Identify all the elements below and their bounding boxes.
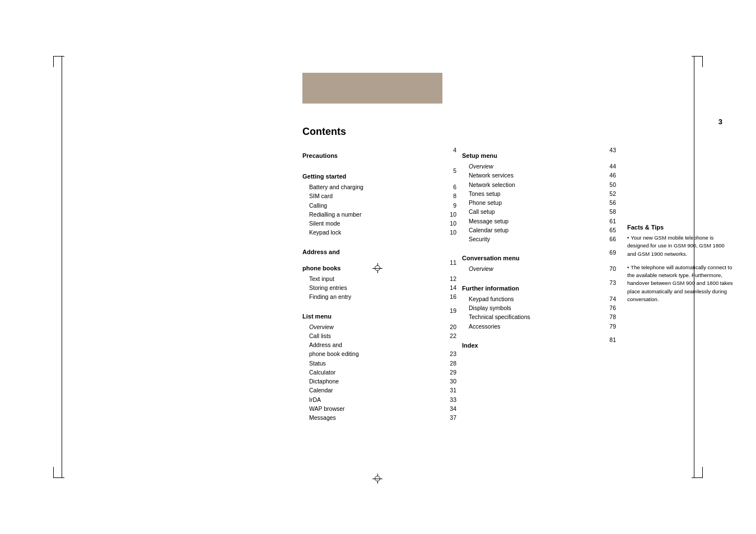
toc-index-page: 81 bbox=[605, 335, 616, 352]
toc-lm-phonebook-edit-label: phone book editing bbox=[309, 349, 445, 358]
toc-network-services: Network services 46 bbox=[462, 171, 616, 180]
toc-address-label: Address and bbox=[302, 247, 456, 257]
facts-content: Facts & Tips •Your new GSM mobile teleph… bbox=[627, 224, 734, 303]
toc-calendar-setup-page: 65 bbox=[605, 226, 616, 235]
toc-calendar: Calendar 31 bbox=[302, 386, 456, 395]
toc-calendar-label: Calendar bbox=[309, 386, 445, 395]
toc-calendar-setup-label: Calendar setup bbox=[469, 226, 605, 235]
toc-conv-page: 69 bbox=[605, 248, 616, 264]
toc-messages: Messages 37 bbox=[302, 413, 456, 422]
toc-further-label: Further information bbox=[462, 284, 605, 293]
toc-irda-label: IrDA bbox=[309, 395, 445, 404]
toc-address-header: Address and bbox=[302, 242, 456, 258]
toc-lm-overview: Overview 20 bbox=[302, 322, 456, 331]
toc-lm-address-label: Address and bbox=[309, 340, 456, 349]
content-area: Contents Precautions 4 Getting started 5… bbox=[302, 126, 734, 423]
toc-redialling-page: 10 bbox=[445, 210, 456, 219]
toc-lm-address: Address and bbox=[302, 340, 456, 349]
toc-battery-page: 6 bbox=[445, 182, 456, 191]
reg-mark-br bbox=[692, 467, 703, 478]
toc-battery-label: Battery and charging bbox=[309, 182, 445, 191]
toc-conv: Conversation menu 69 bbox=[462, 248, 616, 264]
toc-storing: Storing entries 14 bbox=[302, 283, 456, 292]
toc-network-services-page: 46 bbox=[605, 171, 616, 180]
toc-lm-phonebook-edit-page: 23 bbox=[445, 349, 456, 358]
toc-sim-label: SIM card bbox=[309, 191, 445, 200]
toc-index-group: Index 81 bbox=[462, 335, 616, 352]
toc-listmenu-label: List menu bbox=[302, 312, 445, 321]
toc-silent-label: Silent mode bbox=[309, 219, 445, 228]
toc-phone-setup: Phone setup 56 bbox=[462, 198, 616, 207]
toc-tones-setup-page: 52 bbox=[605, 189, 616, 198]
toc-getting-started-label: Getting started bbox=[302, 172, 445, 181]
toc-security-label: Security bbox=[469, 235, 605, 243]
facts-col: Facts & Tips •Your new GSM mobile teleph… bbox=[622, 146, 734, 423]
bullet-icon-1: • bbox=[627, 234, 629, 242]
toc-phonebooks-header: phone books 11 bbox=[302, 258, 456, 274]
toc-status-label: Status bbox=[309, 359, 445, 368]
toc-calculator-label: Calculator bbox=[309, 368, 445, 377]
toc-conv-group: Conversation menu 69 Overview 70 bbox=[462, 248, 616, 273]
toc-message-setup-page: 61 bbox=[605, 217, 616, 226]
toc-calling: Calling 9 bbox=[302, 201, 456, 210]
toc-calling-page: 9 bbox=[445, 201, 456, 210]
toc-silent: Silent mode 10 bbox=[302, 219, 456, 228]
facts-bullet-2: •The telephone will automatically connec… bbox=[627, 264, 734, 303]
toc-network-selection-label: Network selection bbox=[469, 180, 605, 189]
toc-wap-label: WAP browser bbox=[309, 404, 445, 413]
toc-tech-specs: Technical specifications 78 bbox=[462, 312, 616, 321]
facts-title: Facts & Tips bbox=[627, 224, 734, 231]
toc-redialling: Redialling a number 10 bbox=[302, 210, 456, 219]
toc-display-sym-page: 76 bbox=[605, 303, 616, 312]
toc-status-page: 28 bbox=[445, 359, 456, 368]
toc-precautions: Precautions 4 bbox=[302, 146, 456, 162]
toc-col-right: Setup menu 43 Overview 44 Network servic… bbox=[462, 146, 622, 423]
toc-irda-page: 33 bbox=[445, 395, 456, 404]
toc-keypad-fn: Keypad functions 74 bbox=[462, 294, 616, 303]
toc-precautions-page: 4 bbox=[445, 146, 456, 162]
toc-setup-overview-label: Overview bbox=[469, 162, 605, 171]
toc-messages-label: Messages bbox=[309, 413, 445, 422]
toc-phonebooks-label: phone books bbox=[302, 264, 445, 273]
left-rule bbox=[62, 56, 62, 478]
toc-messages-page: 37 bbox=[445, 413, 456, 422]
toc-conv-overview: Overview 70 bbox=[462, 264, 616, 273]
bullet-icon-2: • bbox=[627, 264, 629, 271]
toc-finding-label: Finding an entry bbox=[309, 292, 445, 301]
toc-wap: WAP browser 34 bbox=[302, 404, 456, 413]
toc-security-page: 66 bbox=[605, 235, 616, 243]
toc-further-group: Further information 73 Keypad functions … bbox=[462, 278, 616, 331]
toc-listmenu-page: 19 bbox=[445, 306, 456, 322]
toc-redialling-label: Redialling a number bbox=[309, 210, 445, 219]
toc-calendar-setup: Calendar setup 65 bbox=[462, 226, 616, 235]
toc-wap-page: 34 bbox=[445, 404, 456, 413]
toc-listmenu: List menu 19 bbox=[302, 306, 456, 322]
toc-calllists-label: Call lists bbox=[309, 331, 445, 340]
toc-keypad-lock-page: 10 bbox=[445, 228, 456, 237]
toc-dictaphone-label: Dictaphone bbox=[309, 377, 445, 386]
toc-setup: Setup menu 43 bbox=[462, 146, 616, 162]
toc-call-setup-page: 58 bbox=[605, 207, 616, 216]
toc-calling-label: Calling bbox=[309, 201, 445, 210]
toc-finding-page: 16 bbox=[445, 292, 456, 301]
toc-network-selection-page: 50 bbox=[605, 180, 616, 189]
toc-sim-page: 8 bbox=[445, 191, 456, 200]
toc-phone-setup-page: 56 bbox=[605, 198, 616, 207]
toc-display-sym: Display symbols 76 bbox=[462, 303, 616, 312]
toc-tech-specs-label: Technical specifications bbox=[469, 312, 605, 321]
toc-silent-page: 10 bbox=[445, 219, 456, 228]
toc-network-selection: Network selection 50 bbox=[462, 180, 616, 189]
toc-conv-overview-label: Overview bbox=[469, 264, 605, 273]
toc-setup-page: 43 bbox=[605, 146, 616, 162]
page-number: 3 bbox=[718, 118, 722, 126]
page-title: Contents bbox=[302, 126, 734, 138]
toc-index-label: Index bbox=[462, 341, 605, 350]
toc-tones-setup: Tones setup 52 bbox=[462, 189, 616, 198]
toc-textinput-label: Text input bbox=[309, 274, 445, 283]
toc-keypad-lock: Keypad lock 10 bbox=[302, 228, 456, 237]
toc-address-group: Address and phone books 11 Text input 12… bbox=[302, 242, 456, 302]
toc-further-page: 73 bbox=[605, 278, 616, 294]
toc-getting-started: Getting started 5 bbox=[302, 166, 456, 182]
toc-irda: IrDA 33 bbox=[302, 395, 456, 404]
toc-calculator: Calculator 29 bbox=[302, 368, 456, 377]
